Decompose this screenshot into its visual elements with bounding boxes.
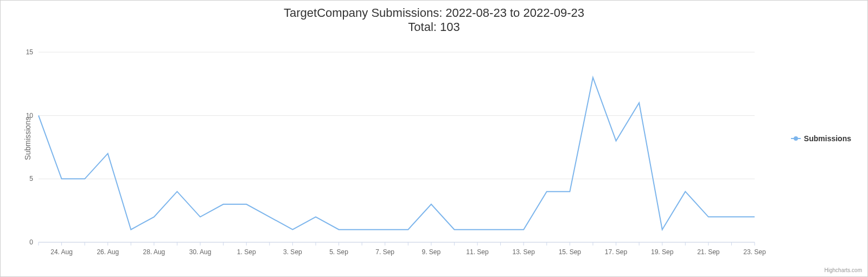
svg-text:28. Aug: 28. Aug [143,248,165,256]
svg-text:10: 10 [26,112,34,119]
chart-subtitle: Total: 103 [1,20,867,34]
svg-text:11. Sep: 11. Sep [466,248,489,256]
svg-text:5: 5 [29,175,33,182]
chart-svg: 05101524. Aug26. Aug28. Aug30. Aug1. Sep… [39,52,755,259]
chart-container: TargetCompany Submissions: 2022-08-23 to… [0,0,868,277]
legend-marker-icon [791,138,801,139]
svg-text:9. Sep: 9. Sep [422,248,441,256]
y-axis-label: Submissions [23,117,32,160]
svg-text:7. Sep: 7. Sep [375,248,394,256]
svg-text:17. Sep: 17. Sep [605,248,628,256]
svg-text:24. Aug: 24. Aug [50,248,73,256]
svg-text:13. Sep: 13. Sep [513,248,535,256]
chart-title-block: TargetCompany Submissions: 2022-08-23 to… [1,1,867,34]
credits-link[interactable]: Highcharts.com [825,267,862,273]
svg-text:21. Sep: 21. Sep [697,248,720,256]
svg-text:0: 0 [29,238,33,246]
chart-title: TargetCompany Submissions: 2022-08-23 to… [1,6,867,20]
svg-text:23. Sep: 23. Sep [743,248,766,256]
svg-text:5. Sep: 5. Sep [329,248,348,256]
svg-text:19. Sep: 19. Sep [651,248,674,256]
svg-text:15: 15 [26,48,34,56]
legend[interactable]: Submissions [791,134,851,143]
plot-area: 05101524. Aug26. Aug28. Aug30. Aug1. Sep… [39,52,755,242]
svg-text:30. Aug: 30. Aug [189,248,212,256]
svg-text:15. Sep: 15. Sep [559,248,582,256]
legend-label: Submissions [804,134,851,143]
svg-text:3. Sep: 3. Sep [283,248,302,256]
svg-text:26. Aug: 26. Aug [97,248,119,256]
svg-text:1. Sep: 1. Sep [237,248,256,256]
